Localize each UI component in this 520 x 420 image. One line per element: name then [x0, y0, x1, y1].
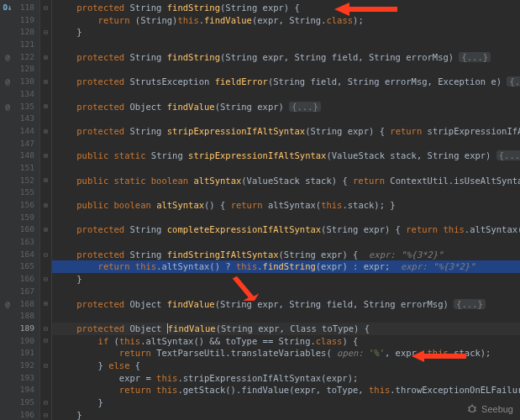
- gutter-marker: [0, 63, 15, 76]
- line-number[interactable]: 165: [15, 260, 34, 273]
- gutter-marker: [0, 138, 15, 150]
- line-number[interactable]: 160: [15, 223, 34, 236]
- code-line[interactable]: [52, 310, 520, 323]
- code-area[interactable]: protected String findString(String expr)…: [52, 0, 520, 420]
- line-number[interactable]: 120: [15, 26, 34, 39]
- line-number[interactable]: 152: [15, 175, 34, 187]
- line-number[interactable]: 159: [15, 212, 34, 224]
- code-line[interactable]: [52, 63, 520, 76]
- line-number[interactable]: 151: [15, 162, 34, 175]
- fold-collapse-icon[interactable]: ⊟: [40, 249, 51, 261]
- code-line[interactable]: [52, 162, 520, 175]
- code-line[interactable]: [52, 88, 520, 101]
- gutter-marker: [0, 14, 15, 27]
- code-line[interactable]: protected Object findValue(String expr) …: [52, 101, 520, 113]
- line-number[interactable]: 190: [15, 335, 34, 348]
- fold-collapse-icon[interactable]: ⊟: [40, 409, 51, 420]
- code-line[interactable]: public boolean altSyntax() { return altS…: [52, 199, 520, 212]
- line-number[interactable]: 193: [15, 372, 34, 385]
- code-line[interactable]: }: [52, 396, 520, 409]
- line-number[interactable]: 155: [15, 186, 34, 199]
- line-number[interactable]: 195: [15, 396, 34, 409]
- code-line[interactable]: expr = this.stripExpressionIfAltSyntax(e…: [52, 372, 520, 385]
- gutter-marker: [0, 26, 15, 39]
- code-line[interactable]: protected Object findValue(String expr, …: [52, 298, 520, 311]
- line-number[interactable]: 156: [15, 199, 34, 212]
- fold-collapse-icon[interactable]: ⊟: [40, 396, 51, 409]
- code-line[interactable]: protected String completeExpressionIfAlt…: [52, 223, 520, 236]
- line-number[interactable]: 191: [15, 347, 34, 360]
- line-number[interactable]: 128: [15, 63, 34, 76]
- fold-expand-icon[interactable]: ⊞: [40, 298, 51, 311]
- line-number[interactable]: 196: [15, 409, 34, 420]
- fold-expand-icon[interactable]: ⊞: [40, 125, 51, 138]
- line-number[interactable]: 122: [15, 51, 34, 64]
- fold-expand-icon[interactable]: ⊞: [40, 199, 51, 212]
- fold-expand-icon[interactable]: ⊞: [40, 175, 51, 187]
- line-number[interactable]: 163: [15, 236, 34, 249]
- line-number[interactable]: 121: [15, 39, 34, 51]
- fold-expand-icon[interactable]: ⊞: [40, 223, 51, 236]
- code-line[interactable]: protected String findString(String expr,…: [52, 51, 520, 64]
- fold-collapse-icon[interactable]: ⊟: [40, 360, 51, 372]
- gutter-marker: [0, 249, 15, 261]
- fold-empty: [40, 212, 51, 224]
- code-line[interactable]: }: [52, 273, 520, 286]
- fold-empty: [40, 88, 51, 101]
- code-line[interactable]: [52, 212, 520, 224]
- line-number[interactable]: 147: [15, 138, 34, 150]
- line-number[interactable]: 189: [15, 323, 34, 335]
- fold-expand-icon[interactable]: ⊞: [40, 101, 51, 113]
- fold-collapse-icon[interactable]: ⊟: [40, 323, 51, 335]
- line-number[interactable]: 188: [15, 310, 34, 323]
- fold-empty: [40, 260, 51, 273]
- code-line[interactable]: [52, 138, 520, 150]
- code-line[interactable]: }: [52, 409, 520, 420]
- code-line[interactable]: [52, 236, 520, 249]
- gutter-marker: [0, 199, 15, 212]
- code-line[interactable]: protected Object findValue(String expr, …: [52, 323, 520, 335]
- code-line[interactable]: protected StrutsException fieldError(Str…: [52, 76, 520, 88]
- fold-collapse-icon[interactable]: ⊟: [40, 2, 51, 14]
- code-line[interactable]: [52, 186, 520, 199]
- code-line[interactable]: return TextParseUtil.translateVariables(…: [52, 347, 520, 360]
- code-line[interactable]: } else {: [52, 360, 520, 372]
- line-number[interactable]: 134: [15, 88, 34, 101]
- line-number[interactable]: 135: [15, 101, 34, 113]
- line-number[interactable]: 119: [15, 14, 34, 27]
- line-number[interactable]: 144: [15, 125, 34, 138]
- fold-collapse-icon[interactable]: ⊟: [40, 26, 51, 39]
- fold-collapse-icon[interactable]: ⊟: [40, 273, 51, 286]
- code-line[interactable]: return this.getStack().findValue(expr, t…: [52, 384, 520, 396]
- gutter-marker: [0, 286, 15, 298]
- fold-collapse-icon[interactable]: ⊟: [40, 335, 51, 348]
- line-number[interactable]: 192: [15, 360, 34, 372]
- line-number[interactable]: 166: [15, 273, 34, 286]
- fold-empty: [40, 113, 51, 125]
- code-line[interactable]: }: [52, 26, 520, 39]
- code-line[interactable]: public static String stripExpressionIfAl…: [52, 150, 520, 162]
- fold-expand-icon[interactable]: ⊞: [40, 51, 51, 64]
- line-number[interactable]: 167: [15, 286, 34, 298]
- line-number[interactable]: 168: [15, 298, 34, 311]
- line-number[interactable]: 143: [15, 113, 34, 125]
- fold-expand-icon[interactable]: ⊞: [40, 150, 51, 162]
- line-number[interactable]: 194: [15, 384, 34, 396]
- line-number[interactable]: 130: [15, 76, 34, 88]
- gutter-marker: [0, 323, 15, 335]
- code-line[interactable]: return (String)this.findValue(expr, Stri…: [52, 14, 520, 27]
- code-line[interactable]: public static boolean altSyntax(ValueSta…: [52, 175, 520, 187]
- code-line[interactable]: protected String stripExpressionIfAltSyn…: [52, 125, 520, 138]
- code-line[interactable]: [52, 286, 520, 298]
- line-number[interactable]: 118: [15, 2, 34, 14]
- code-line[interactable]: if (this.altSyntax() && toType == String…: [52, 335, 520, 348]
- line-number[interactable]: 148: [15, 150, 34, 162]
- line-number[interactable]: 164: [15, 249, 34, 261]
- fold-expand-icon[interactable]: ⊞: [40, 76, 51, 88]
- gutter-marker: [0, 175, 15, 187]
- code-line[interactable]: [52, 39, 520, 51]
- code-line[interactable]: [52, 113, 520, 125]
- code-line[interactable]: protected String findString(String expr)…: [52, 2, 520, 14]
- code-line[interactable]: protected String findStringIfAltSyntax(S…: [52, 249, 520, 261]
- code-line[interactable]: return this.altSyntax() ? this.findStrin…: [52, 260, 520, 273]
